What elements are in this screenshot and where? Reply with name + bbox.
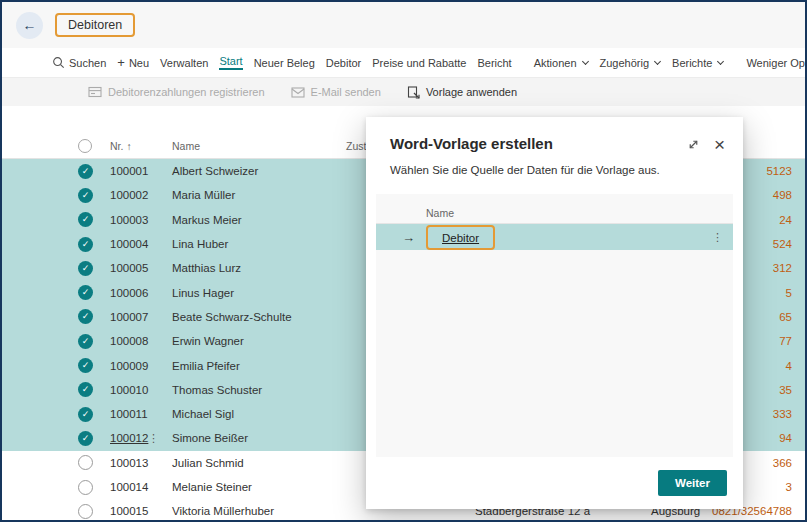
row-checkbox-unchecked[interactable] bbox=[78, 480, 93, 495]
menu-label: Weniger Optionen bbox=[746, 57, 807, 69]
back-button[interactable]: ← bbox=[16, 12, 43, 39]
row-name: Albert Schweizer bbox=[172, 165, 372, 177]
menu-aktionen[interactable]: Aktionen bbox=[534, 57, 589, 69]
row-phone-fragment: 35 bbox=[779, 384, 792, 396]
row-nr[interactable]: 100009 bbox=[110, 360, 148, 372]
row-nr[interactable]: 100005 bbox=[110, 262, 148, 274]
menu-label: Aktionen bbox=[534, 57, 577, 69]
row-name: Melanie Steiner bbox=[172, 481, 372, 493]
apply-template-icon bbox=[407, 86, 420, 99]
close-icon: × bbox=[714, 135, 725, 154]
dialog-grid-panel: Name → Debitor ⋮ bbox=[376, 194, 733, 457]
menu-label: Zugehörig bbox=[600, 57, 650, 69]
row-phone-fragment: 333 bbox=[773, 408, 792, 420]
row-checkbox-checked[interactable] bbox=[78, 309, 93, 324]
row-nr[interactable]: 100013 bbox=[110, 457, 148, 469]
grid-column-header-name: Name bbox=[376, 202, 733, 224]
row-nr[interactable]: 100010 bbox=[110, 384, 148, 396]
row-nr[interactable]: 100004 bbox=[110, 238, 148, 250]
column-header-nr[interactable]: Nr. bbox=[110, 140, 123, 152]
row-name: Maria Müller bbox=[172, 189, 372, 201]
row-nr[interactable]: 100006 bbox=[110, 287, 148, 299]
row-checkbox-checked[interactable] bbox=[78, 334, 93, 349]
row-nr[interactable]: 100008 bbox=[110, 335, 148, 347]
column-header-name[interactable]: Name bbox=[172, 140, 372, 152]
email-icon bbox=[291, 87, 305, 98]
row-nr[interactable]: 100003 bbox=[110, 214, 148, 226]
row-checkbox-checked[interactable] bbox=[78, 358, 93, 373]
row-nr[interactable]: 100014 bbox=[110, 481, 148, 493]
row-phone-fragment: 312 bbox=[773, 262, 792, 274]
menu-label: Start bbox=[219, 55, 242, 67]
menu-berichte[interactable]: Berichte bbox=[672, 57, 724, 69]
menu-start[interactable]: Start bbox=[219, 55, 242, 70]
row-phone-fragment: 24 bbox=[779, 214, 792, 226]
menu-neu[interactable]: + Neu bbox=[117, 56, 149, 69]
row-name: Lina Huber bbox=[172, 238, 372, 250]
row-nr[interactable]: 100002 bbox=[110, 189, 148, 201]
close-dialog-button[interactable]: × bbox=[714, 135, 725, 154]
chevron-down-icon bbox=[717, 58, 724, 65]
menu-zugehoerig[interactable]: Zugehörig bbox=[600, 57, 662, 69]
row-checkbox-checked[interactable] bbox=[78, 212, 93, 227]
row-name: Simone Beißer bbox=[172, 432, 372, 444]
plus-icon: + bbox=[117, 56, 125, 69]
menu-weniger-optionen[interactable]: Weniger Optionen bbox=[746, 57, 807, 69]
select-all-checkbox[interactable] bbox=[78, 139, 92, 153]
chevron-down-icon bbox=[654, 58, 661, 65]
word-template-dialog: Word-Vorlage erstellen × Wählen Sie die … bbox=[366, 117, 743, 509]
expand-dialog-button[interactable] bbox=[687, 138, 700, 151]
action-label: Vorlage anwenden bbox=[426, 86, 517, 98]
action-vorlage-anwenden[interactable]: Vorlage anwenden bbox=[407, 86, 517, 99]
row-checkbox-checked[interactable] bbox=[78, 382, 93, 397]
row-checkbox-checked[interactable] bbox=[78, 188, 93, 203]
debitor-link[interactable]: Debitor bbox=[442, 232, 479, 244]
dialog-header: Word-Vorlage erstellen × bbox=[366, 117, 743, 158]
sort-ascending-icon: ↑ bbox=[126, 140, 131, 152]
row-nr[interactable]: 100015 bbox=[110, 505, 148, 517]
menu-debitor[interactable]: Debitor bbox=[326, 57, 361, 69]
search-icon bbox=[52, 56, 65, 69]
menu-verwalten[interactable]: Verwalten bbox=[160, 57, 208, 69]
row-checkbox-checked[interactable] bbox=[78, 407, 93, 422]
ribbon-menu: Suchen + Neu Verwalten Start Neuer Beleg… bbox=[2, 48, 805, 78]
row-phone-fragment: 5123 bbox=[766, 165, 792, 177]
menu-neuer-beleg[interactable]: Neuer Beleg bbox=[254, 57, 315, 69]
menu-suchen[interactable]: Suchen bbox=[52, 56, 106, 69]
menu-label: Verwalten bbox=[160, 57, 208, 69]
weiter-button[interactable]: Weiter bbox=[658, 470, 727, 496]
row-name: Linus Hager bbox=[172, 287, 372, 299]
action-debitorenzahlungen-registrieren[interactable]: Debitorenzahlungen registrieren bbox=[88, 86, 265, 98]
row-phone-fragment: 4 bbox=[786, 360, 792, 372]
row-phone-fragment: 65 bbox=[779, 311, 792, 323]
grid-row-debitor[interactable]: → Debitor ⋮ bbox=[376, 224, 733, 250]
action-label: E-Mail senden bbox=[311, 86, 381, 98]
menu-label: Bericht bbox=[477, 57, 511, 69]
row-checkbox-unchecked[interactable] bbox=[78, 455, 93, 470]
dialog-subtitle: Wählen Sie die Quelle der Daten für die … bbox=[366, 158, 743, 188]
row-checkbox-unchecked[interactable] bbox=[78, 504, 93, 519]
row-menu-dots-icon[interactable]: ⋮ bbox=[148, 432, 159, 445]
row-phone-fragment: 94 bbox=[779, 432, 792, 444]
menu-label: Berichte bbox=[672, 57, 712, 69]
menu-bericht[interactable]: Bericht bbox=[477, 57, 511, 69]
row-checkbox-checked[interactable] bbox=[78, 285, 93, 300]
action-toolbar: Debitorenzahlungen registrieren E-Mail s… bbox=[2, 78, 805, 106]
row-phone-fragment: 3 bbox=[786, 481, 792, 493]
row-checkbox-checked[interactable] bbox=[78, 237, 93, 252]
dialog-title: Word-Vorlage erstellen bbox=[390, 135, 553, 152]
menu-label: Preise und Rabatte bbox=[372, 57, 466, 69]
row-nr[interactable]: 100007 bbox=[110, 311, 148, 323]
row-checkbox-checked[interactable] bbox=[78, 164, 93, 179]
row-nr[interactable]: 100011 bbox=[110, 408, 148, 420]
row-nr[interactable]: 100012 bbox=[110, 432, 148, 444]
row-checkbox-checked[interactable] bbox=[78, 261, 93, 276]
grid-row-menu-dots-icon[interactable]: ⋮ bbox=[712, 231, 723, 244]
back-arrow-icon: ← bbox=[23, 17, 37, 33]
page-title-highlight: Debitoren bbox=[55, 13, 135, 37]
row-nr[interactable]: 100001 bbox=[110, 165, 148, 177]
menu-label: Suchen bbox=[69, 57, 106, 69]
row-checkbox-checked[interactable] bbox=[78, 431, 93, 446]
action-email-senden[interactable]: E-Mail senden bbox=[291, 86, 381, 98]
menu-preise-und-rabatte[interactable]: Preise und Rabatte bbox=[372, 57, 466, 69]
